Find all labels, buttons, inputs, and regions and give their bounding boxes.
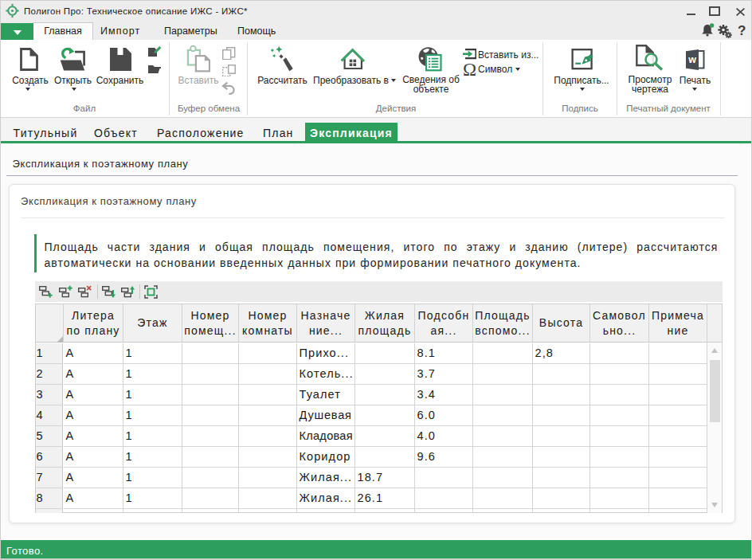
- svg-text:w: w: [687, 54, 696, 65]
